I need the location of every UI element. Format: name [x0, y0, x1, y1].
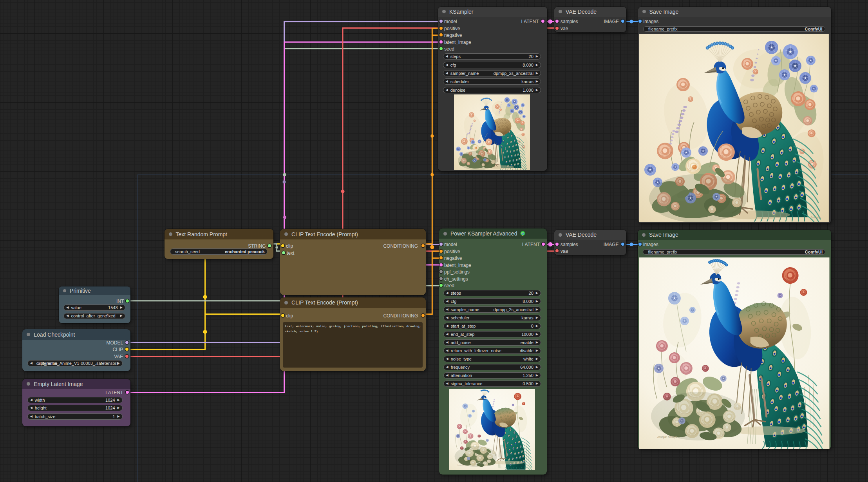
svg-text:Jmorgan: Jmorgan: [811, 216, 821, 219]
svg-text:Jmorgan Kincaye: Jmorgan Kincaye: [457, 464, 466, 466]
svg-text:Jmorgan Kincaye: Jmorgan Kincaye: [657, 435, 677, 439]
